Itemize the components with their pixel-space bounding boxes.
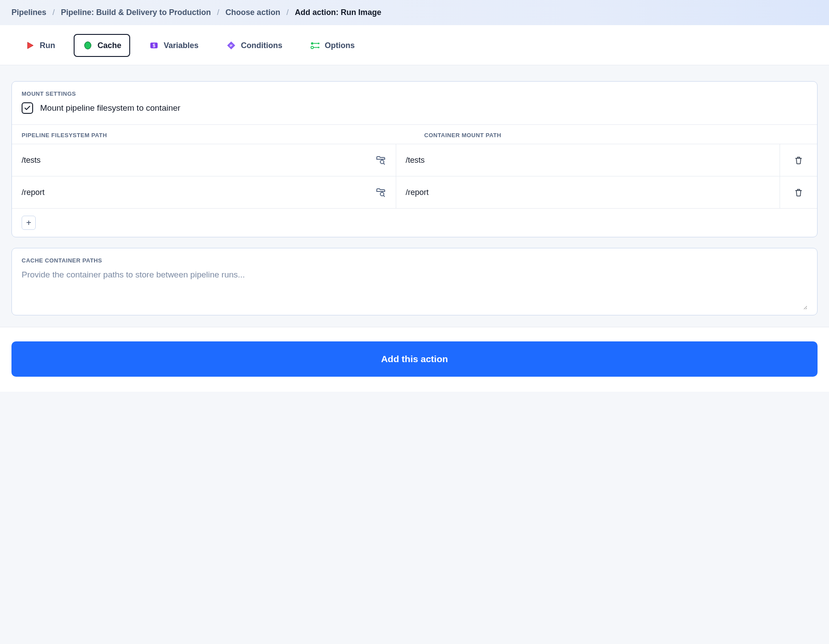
tab-label: Conditions	[241, 41, 282, 50]
browse-folder-icon[interactable]	[375, 155, 386, 165]
delete-row-button[interactable]	[794, 188, 803, 197]
svg-point-9	[318, 47, 319, 49]
mount-row: /report /report	[12, 176, 817, 209]
breadcrumb-current: Add action: Run Image	[295, 8, 381, 17]
svg-text:$: $	[153, 43, 155, 48]
breadcrumb-separator: /	[286, 8, 289, 17]
svg-text:IF: IF	[230, 44, 233, 48]
browse-folder-icon[interactable]	[375, 187, 386, 198]
tab-label: Options	[325, 41, 355, 50]
breadcrumb-link-pipeline[interactable]: Pipeline: Build & Delivery to Production	[61, 8, 211, 17]
cache-icon	[83, 40, 93, 51]
play-icon	[25, 40, 35, 51]
tab-conditions[interactable]: IF Conditions	[217, 34, 291, 57]
svg-point-10	[380, 160, 384, 164]
mount-settings-heading: MOUNT SETTINGS	[12, 82, 817, 102]
breadcrumb-separator: /	[217, 8, 219, 17]
tab-cache[interactable]: Cache	[74, 34, 130, 57]
breadcrumb-link-choose-action[interactable]: Choose action	[225, 8, 280, 17]
column-header-container-path: CONTAINER MOUNT PATH	[415, 125, 818, 144]
breadcrumb-separator: /	[53, 8, 55, 17]
breadcrumb-link-pipelines[interactable]: Pipelines	[11, 8, 46, 17]
add-action-button[interactable]: Add this action	[11, 341, 818, 377]
cache-paths-textarea[interactable]	[22, 270, 807, 310]
mount-checkbox[interactable]	[22, 102, 33, 114]
tab-label: Cache	[98, 41, 121, 50]
dollar-badge-icon: $	[149, 40, 159, 51]
mount-row: /tests /tests	[12, 144, 817, 176]
tab-label: Variables	[164, 41, 199, 50]
path-value: /tests	[406, 156, 425, 165]
delete-row-button[interactable]	[794, 156, 803, 165]
svg-point-4	[311, 42, 314, 45]
plus-icon: +	[26, 218, 31, 228]
footer-bar: Add this action	[0, 327, 829, 392]
mount-settings-panel: MOUNT SETTINGS Mount pipeline filesystem…	[11, 81, 818, 237]
svg-point-5	[311, 46, 314, 49]
path-value: /tests	[22, 156, 41, 165]
tab-options[interactable]: Options	[301, 34, 364, 57]
svg-line-11	[383, 163, 385, 165]
pipeline-path-input[interactable]: /tests	[12, 144, 396, 176]
container-path-input[interactable]: /tests	[396, 144, 780, 176]
container-path-input[interactable]: /report	[396, 176, 780, 208]
trash-icon	[794, 156, 803, 165]
cache-paths-heading: CACHE CONTAINER PATHS	[22, 257, 807, 264]
tabs-bar: Run Cache $ Variables IF Conditions Opti…	[0, 25, 829, 65]
pipeline-path-input[interactable]: /report	[12, 176, 396, 208]
path-value: /report	[22, 188, 45, 197]
cache-paths-panel: CACHE CONTAINER PATHS	[11, 248, 818, 315]
path-value: /report	[406, 188, 429, 197]
breadcrumb-bar: Pipelines / Pipeline: Build & Delivery t…	[0, 0, 829, 25]
tab-run[interactable]: Run	[16, 34, 64, 57]
svg-point-8	[318, 43, 319, 45]
tab-label: Run	[40, 41, 55, 50]
trash-icon	[794, 188, 803, 197]
check-icon	[24, 105, 31, 112]
diamond-if-icon: IF	[226, 40, 236, 51]
options-icon	[310, 40, 320, 51]
tab-variables[interactable]: $ Variables	[140, 34, 207, 57]
breadcrumb: Pipelines / Pipeline: Build & Delivery t…	[11, 8, 818, 17]
add-path-button[interactable]: +	[22, 216, 36, 230]
svg-point-12	[380, 192, 384, 196]
svg-line-13	[383, 195, 385, 197]
mount-checkbox-label: Mount pipeline filesystem to container	[40, 103, 180, 113]
column-header-pipeline-path: PIPELINE FILESYSTEM PATH	[12, 125, 415, 144]
